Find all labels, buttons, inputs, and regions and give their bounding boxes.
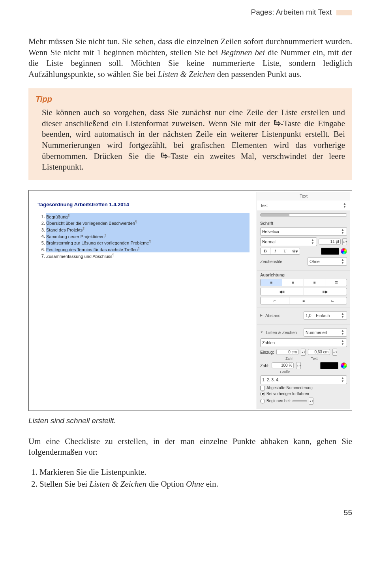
format-inspector: Text Text ▲▼ Stil Layout Mehr Schrift He… bbox=[257, 192, 350, 409]
paragraph-2: Um eine Checkliste zu erstellen, in der … bbox=[28, 436, 352, 458]
steps-list: Markieren Sie die Listenpunkte. Stellen … bbox=[28, 466, 352, 490]
valign-middle-icon: ≡ bbox=[303, 299, 305, 303]
number-color-swatch[interactable] bbox=[320, 362, 338, 369]
align-left-button[interactable]: ≡ bbox=[261, 279, 282, 286]
zahl-size-field[interactable]: 100 % bbox=[272, 362, 294, 368]
chevron-updown-icon: ▲▼ bbox=[340, 228, 345, 235]
line-spacing-dropdown[interactable]: 1,0 – Einfach▲▼ bbox=[304, 311, 347, 320]
valign-middle-button[interactable]: ≡ bbox=[289, 297, 318, 304]
ausrichtung-label: Ausrichtung bbox=[260, 273, 347, 277]
list-item[interactable]: Sammlung neuer Projektideen¶ bbox=[46, 233, 250, 239]
list-item[interactable]: Zusammenfassung und Abschluss¶ bbox=[46, 252, 250, 259]
valign-bottom-button[interactable]: ⌙ bbox=[318, 297, 347, 304]
sublabel-größe: Größe bbox=[274, 370, 296, 374]
list-item[interactable]: Brainstorming zur Lösung der vorliegende… bbox=[46, 239, 250, 246]
list-type-dropdown[interactable]: Nummeriert▲▼ bbox=[304, 328, 347, 337]
tiered-numbering-checkbox[interactable]: Abgestufte Nummerierung bbox=[260, 386, 347, 390]
chevron-updown-icon: ▲▼ bbox=[340, 329, 345, 336]
indent-number-stepper[interactable]: ▲▼ bbox=[301, 349, 306, 356]
list-item[interactable]: Begrüßung¶ bbox=[46, 213, 250, 220]
tab-stil[interactable]: Stil bbox=[261, 214, 289, 216]
return-key-icon: ⏎ bbox=[274, 118, 281, 129]
align-center-button[interactable]: ≡ bbox=[282, 279, 304, 286]
indent-group[interactable]: ◀≡ ≡▶ bbox=[260, 288, 347, 295]
paragraph-1: Mehr müssen Sie nicht tun. Sie sehen, da… bbox=[28, 36, 352, 80]
screenshot-container: Tagesordnung Arbeitstreffen 1.4.2014 Beg… bbox=[28, 190, 352, 411]
number-format-dropdown[interactable]: 1. 2. 3. 4.▲▼ bbox=[260, 375, 347, 384]
schrift-label: Schrift bbox=[260, 221, 347, 226]
chevron-updown-icon: ▲▼ bbox=[342, 202, 347, 209]
color-wheel-icon[interactable] bbox=[341, 362, 347, 369]
valign-bottom-icon: ⌙ bbox=[331, 299, 334, 303]
font-family-dropdown[interactable]: Helvetica▲▼ bbox=[260, 227, 347, 236]
vertical-align-group[interactable]: ⌐ ≡ ⌙ bbox=[260, 297, 347, 304]
color-wheel-icon[interactable] bbox=[341, 248, 347, 254]
start-at-radio[interactable]: Beginnen bei: ▲▼ bbox=[260, 398, 347, 405]
tip-box: Tipp Sie können auch so vorgehen, dass S… bbox=[28, 88, 352, 180]
section-abstand: ▶ Abstand 1,0 – Einfach▲▼ bbox=[257, 308, 350, 325]
zahl-label: Zahl: bbox=[260, 363, 269, 368]
chevron-updown-icon: ▲▼ bbox=[340, 312, 345, 319]
italic-button[interactable]: I bbox=[270, 248, 280, 254]
list-item[interactable]: Festlegung des Termins für das nächste T… bbox=[46, 246, 250, 252]
running-head-text: Pages: Arbeiten mit Text bbox=[251, 8, 332, 16]
continue-prev-radio[interactable]: Bei vorheriger fortfahren bbox=[260, 392, 347, 396]
section-listen: ▼ Listen & Zeichen Nummeriert▲▼ Zahlen▲▼… bbox=[257, 325, 350, 409]
indent-icon: ≡▶ bbox=[323, 289, 328, 294]
start-at-stepper[interactable]: ▲▼ bbox=[309, 398, 313, 405]
align-center-icon: ≡ bbox=[292, 281, 294, 285]
indent-number-field[interactable]: 0 cm bbox=[276, 349, 298, 355]
running-head: Pages: Arbeiten mit Text bbox=[28, 8, 352, 17]
outdent-button[interactable]: ◀≡ bbox=[261, 288, 304, 295]
numbered-list[interactable]: Begrüßung¶Übersicht über die vorliegende… bbox=[38, 213, 250, 259]
radio-icon bbox=[260, 399, 265, 403]
font-typeface-dropdown[interactable]: Normal▲▼ bbox=[260, 237, 317, 246]
chevron-updown-icon: ▲▼ bbox=[340, 340, 345, 346]
list-item[interactable]: Stand des Projekts¶ bbox=[46, 226, 250, 233]
subtab-segmented[interactable]: Stil Layout Mehr bbox=[260, 213, 347, 217]
indent-text-stepper[interactable]: ▲▼ bbox=[332, 349, 337, 356]
sublabel-text: Text bbox=[303, 357, 326, 360]
inspector-tab-text[interactable]: Text bbox=[257, 192, 350, 200]
paragraph-style-dropdown[interactable]: Text ▲▼ bbox=[257, 200, 350, 211]
indent-text-field[interactable]: 0,63 cm bbox=[308, 349, 330, 355]
tab-layout[interactable]: Layout bbox=[289, 214, 318, 216]
number-style-dropdown[interactable]: Zahlen▲▼ bbox=[260, 338, 347, 347]
section-ausrichtung: Ausrichtung ≡ ≡ ≡ ≣ ◀≡ ≡▶ ⌐ ≡ ⌙ bbox=[257, 271, 350, 308]
radio-icon bbox=[260, 392, 265, 396]
list-item[interactable]: Übersicht über die vorliegenden Beschwer… bbox=[46, 219, 250, 226]
page-number: 55 bbox=[28, 508, 352, 517]
tab-mehr[interactable]: Mehr bbox=[318, 214, 347, 216]
valign-top-icon: ⌐ bbox=[274, 299, 276, 303]
valign-top-button[interactable]: ⌐ bbox=[261, 297, 289, 304]
gear-button[interactable]: ✻▾ bbox=[290, 248, 300, 254]
tip-body: Sie können auch so vorgehen, dass Sie zu… bbox=[36, 107, 345, 173]
align-right-button[interactable]: ≡ bbox=[304, 279, 326, 286]
underline-button[interactable]: U bbox=[280, 248, 290, 254]
step-1: Markieren Sie die Listenpunkte. bbox=[39, 466, 352, 478]
text-color-swatch[interactable] bbox=[321, 248, 339, 255]
outdent-icon: ◀≡ bbox=[279, 289, 285, 294]
char-style-dropdown[interactable]: Ohne▲▼ bbox=[308, 257, 347, 266]
tip-label: Tipp bbox=[36, 94, 345, 104]
zahl-size-stepper[interactable]: ▲▼ bbox=[296, 362, 301, 369]
figure-caption: Listen sind schnell erstellt. bbox=[28, 416, 352, 425]
chevron-updown-icon: ▲▼ bbox=[340, 258, 345, 265]
font-size-stepper[interactable]: ▲▼ bbox=[342, 238, 347, 245]
checkbox-icon bbox=[260, 386, 265, 390]
indent-button[interactable]: ≡▶ bbox=[304, 288, 347, 295]
disclosure-down-icon[interactable]: ▼ bbox=[260, 330, 263, 334]
gear-icon: ✻ bbox=[292, 249, 296, 254]
horizontal-align-group[interactable]: ≡ ≡ ≡ ≣ bbox=[260, 279, 347, 286]
align-justify-button[interactable]: ≣ bbox=[325, 279, 347, 286]
start-at-field[interactable] bbox=[292, 400, 307, 402]
bold-italic-underline-group[interactable]: B I U ✻▾ bbox=[260, 248, 300, 255]
return-key-icon: ⏎ bbox=[161, 151, 168, 161]
document-area[interactable]: Tagesordnung Arbeitstreffen 1.4.2014 Beg… bbox=[30, 192, 257, 409]
doc-heading: Tagesordnung Arbeitstreffen 1.4.2014 bbox=[38, 202, 250, 207]
disclosure-right-icon[interactable]: ▶ bbox=[260, 314, 263, 317]
font-size-field[interactable]: 11 pt bbox=[319, 239, 341, 245]
bold-button[interactable]: B bbox=[261, 248, 270, 254]
sublabel-zahl: Zahl bbox=[278, 357, 300, 360]
align-left-icon: ≡ bbox=[270, 281, 272, 285]
